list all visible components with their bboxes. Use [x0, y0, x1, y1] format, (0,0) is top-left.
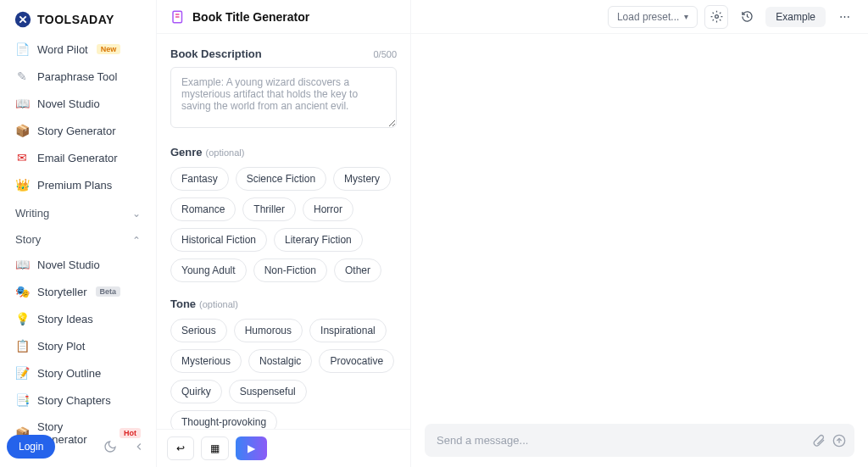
tone-label: Tone — [170, 297, 196, 310]
nav-icon: 📝 — [15, 366, 29, 380]
nav-item[interactable]: 📝Story Outline — [7, 359, 149, 386]
example-button[interactable]: Example — [765, 7, 826, 27]
chip[interactable]: Provocative — [319, 349, 394, 373]
history-button[interactable] — [735, 5, 759, 29]
history-icon — [741, 10, 754, 23]
chip[interactable]: Fantasy — [170, 167, 229, 191]
chevron-icon: ⌄ — [132, 208, 141, 220]
group-label: Writing — [15, 207, 49, 220]
chip[interactable]: Quirky — [170, 380, 222, 403]
nav-item[interactable]: 📖Novel Studio — [7, 90, 149, 117]
chip[interactable]: Other — [334, 259, 381, 282]
secondary-button[interactable]: ▦ — [201, 436, 229, 460]
load-preset-button[interactable]: Load preset...▾ — [608, 6, 698, 28]
nav-item[interactable]: 📋Story Plot — [7, 332, 149, 359]
nav-label: Email Generator — [37, 152, 118, 164]
chip[interactable]: Horror — [303, 197, 353, 221]
more-button[interactable]: ⋯ — [832, 5, 856, 29]
page-title: Book Title Generator — [192, 10, 309, 24]
tone-optional: (optional) — [199, 299, 238, 309]
nav-icon: 📑 — [15, 393, 29, 407]
nav-item[interactable]: ✎Paraphrase Tool — [7, 63, 149, 90]
nav-icon: ✎ — [15, 69, 29, 83]
nav-label: Story Generator — [37, 125, 116, 137]
play-icon: ▶ — [248, 442, 255, 454]
nav-label: Story Plot — [37, 340, 85, 353]
chat-input-wrap — [411, 414, 868, 467]
output-column: Load preset...▾ Example ⋯ — [411, 0, 868, 467]
nav-icon: 📦 — [15, 124, 29, 137]
nav-icon: 🎭 — [15, 285, 29, 298]
nav-badge: Beta — [96, 286, 121, 297]
attach-icon[interactable] — [812, 434, 826, 448]
genre-optional: (optional) — [206, 147, 245, 158]
nav-item[interactable]: 📑Story Chapters — [7, 386, 149, 414]
form-actions: ↩ ▦ ▶ — [157, 429, 410, 467]
nav-item[interactable]: 👑Premium Plans — [7, 171, 149, 198]
nav-item[interactable]: 📄Word PilotNew — [7, 36, 149, 63]
login-button[interactable]: Login — [7, 435, 55, 459]
nav-icon: 📄 — [15, 42, 29, 56]
generate-button[interactable]: ▶ — [236, 436, 267, 460]
tone-chipset: SeriousHumorousInspirationalMysteriousNo… — [170, 319, 397, 429]
form-body: Book Description 0/500 Genre(optional) F… — [157, 34, 410, 429]
svg-point-4 — [715, 15, 718, 19]
chip[interactable]: Young Adult — [170, 259, 247, 282]
nav-badge: New — [97, 44, 121, 54]
nav-label: Storyteller — [37, 286, 87, 298]
page-icon — [170, 9, 186, 25]
nav-icon: 📖 — [15, 258, 29, 271]
sidebar-bottom: Login — [7, 435, 149, 459]
chip[interactable]: Science Fiction — [236, 167, 326, 191]
form-header: Book Title Generator — [157, 0, 410, 34]
chip[interactable]: Non-Fiction — [253, 259, 327, 282]
nav-item[interactable]: 💡Story Ideas — [7, 305, 149, 332]
nav-icon: 👑 — [15, 178, 29, 192]
back-button[interactable]: ↩ — [167, 436, 194, 460]
chip[interactable]: Serious — [170, 319, 227, 342]
chip[interactable]: Mysterious — [170, 349, 242, 373]
chip[interactable]: Suspenseful — [229, 380, 307, 403]
nav-label: Story Outline — [37, 367, 101, 380]
nav-label: Story Chapters — [37, 394, 111, 407]
nav-item[interactable]: 📖Novel Studio — [7, 251, 149, 278]
logo[interactable]: TOOLSADAY — [0, 0, 156, 36]
chip[interactable]: Inspirational — [309, 319, 387, 342]
output-header: Load preset...▾ Example ⋯ — [411, 0, 868, 34]
chip[interactable]: Mystery — [333, 167, 391, 191]
chip[interactable]: Humorous — [234, 319, 303, 342]
chip[interactable]: Literary Fiction — [274, 228, 363, 252]
grid-icon: ▦ — [210, 442, 220, 454]
brand-text: TOOLSADAY — [37, 13, 114, 26]
nav-label: Word Pilot — [37, 43, 88, 56]
chip[interactable]: Thought-provoking — [170, 410, 277, 429]
chip[interactable]: Romance — [170, 197, 236, 221]
chip[interactable]: Thriller — [242, 197, 296, 221]
collapse-icon[interactable] — [129, 436, 149, 457]
chat-input[interactable] — [425, 424, 854, 457]
description-input[interactable] — [170, 67, 397, 128]
group-label: Story — [15, 233, 41, 246]
send-icon[interactable] — [832, 434, 846, 448]
settings-button[interactable] — [704, 5, 728, 29]
nav-label: Novel Studio — [37, 259, 100, 271]
nav-group-header[interactable]: Story⌄ — [7, 225, 149, 251]
chip[interactable]: Nostalgic — [248, 349, 312, 373]
nav-item[interactable]: 🎭StorytellerBeta — [7, 278, 149, 305]
back-icon: ↩ — [176, 442, 185, 454]
nav-icon: ✉ — [15, 151, 29, 164]
nav-item[interactable]: ✉Email Generator — [7, 144, 149, 171]
nav-item[interactable]: 📦Story Generator — [7, 117, 149, 144]
dots-icon: ⋯ — [839, 10, 850, 23]
chip[interactable]: Historical Fiction — [170, 228, 267, 252]
gear-icon — [710, 10, 723, 23]
nav-icon: 📋 — [15, 339, 29, 353]
nav-label: Paraphrase Tool — [37, 70, 117, 83]
nav-label: Story Ideas — [37, 313, 93, 325]
description-counter: 0/500 — [373, 49, 397, 59]
sidebar: TOOLSADAY 📄Word PilotNew✎Paraphrase Tool… — [0, 0, 157, 467]
description-label: Book Description — [170, 47, 262, 60]
nav-group-header[interactable]: Writing⌄ — [7, 198, 149, 225]
theme-icon[interactable] — [100, 436, 120, 457]
nav-list: 📄Word PilotNew✎Paraphrase Tool📖Novel Stu… — [0, 36, 156, 467]
